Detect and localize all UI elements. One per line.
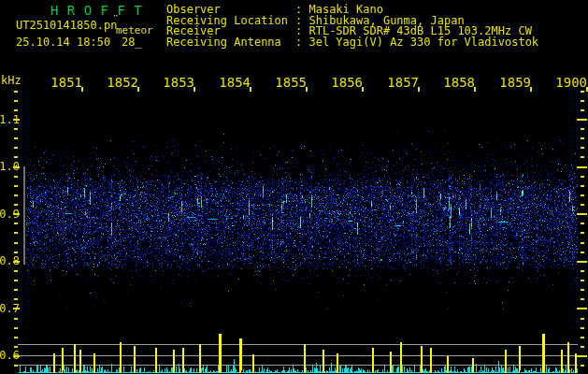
station-info-label: Receiving Antenna xyxy=(166,37,295,49)
time-label: 1858 xyxy=(439,75,475,90)
station-info-value: 3el Yagi(V) Az 330 for Vladivostok xyxy=(308,36,538,49)
freq-label: 1.0 xyxy=(0,160,20,173)
time-label: 1851 xyxy=(47,75,82,90)
station-info-separator: : xyxy=(295,36,308,49)
time-label: 1852 xyxy=(103,75,138,90)
time-label: 1859 xyxy=(495,75,531,90)
freq-label: 0.6 xyxy=(0,349,20,362)
station-info-row: Receiving Antenna: 3el Yagi(V) Az 330 fo… xyxy=(166,37,538,49)
filename-label: UT2510141850.pn xyxy=(16,19,117,32)
time-label: 1854 xyxy=(215,75,251,90)
hrofft-screen: H R O F F T UT2510141850.pn ¨ meteor 25.… xyxy=(0,0,588,374)
time-label: 1857 xyxy=(383,75,419,90)
freq-label: 0.8 xyxy=(0,254,20,267)
app-title: H R O F F T xyxy=(50,3,142,18)
time-label: 1856 xyxy=(327,75,363,90)
station-info: Observer: Masaki KanoReceiving Location:… xyxy=(166,5,538,48)
time-label: 1855 xyxy=(271,75,307,90)
time-label: 1853 xyxy=(159,75,194,90)
spectrogram-canvas xyxy=(0,0,588,374)
freq-label: 1.1 xyxy=(0,113,20,126)
freq-label: 0.7 xyxy=(0,302,20,315)
freq-label: 0.9 xyxy=(0,208,20,221)
freq-unit-label: kHz xyxy=(1,74,22,87)
time-label: 1900 xyxy=(552,75,587,90)
counter-label: 28_ xyxy=(122,36,142,49)
datetime-label: 25.10.14 18:50 xyxy=(16,36,110,49)
